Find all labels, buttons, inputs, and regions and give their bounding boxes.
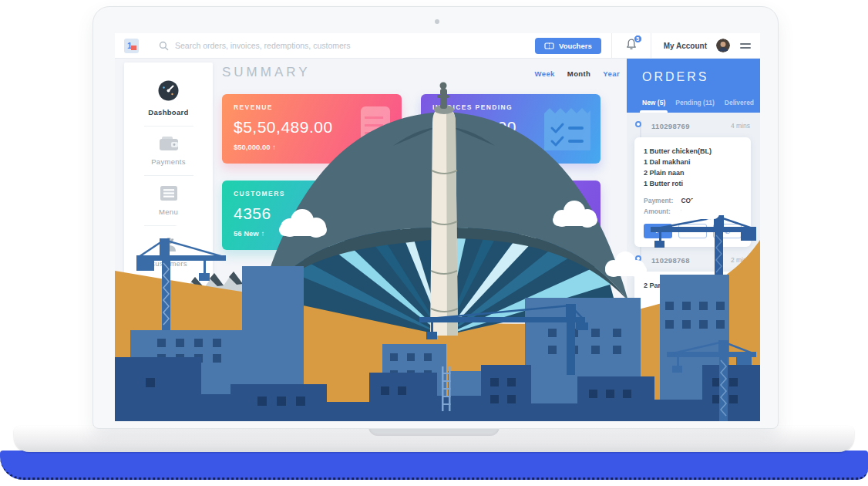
my-account-label[interactable]: My Account: [664, 42, 707, 50]
order-item: 1 Dal makhani: [644, 157, 742, 167]
vouchers-label: Vouchers: [559, 42, 592, 50]
order-item: 2 Paneer butter masala: [644, 280, 742, 291]
summary-title: SUMMARY: [222, 65, 311, 80]
ellipsis-icon: ⋯: [689, 227, 697, 235]
sidebar-item-label: Payments: [151, 157, 186, 166]
customers-card-label: CUSTOMERS: [234, 190, 390, 197]
list-icon: [160, 186, 177, 201]
receipt-icon: [356, 106, 392, 152]
range-tab-month[interactable]: Month: [567, 69, 591, 78]
range-tab-week[interactable]: Week: [535, 69, 555, 78]
order-row[interactable]: 110298769 4 mins: [627, 120, 760, 131]
summary-cards: REVENUE $5,50,489.00 $50,000.00 ↑ INVOIC…: [222, 94, 620, 250]
payment-label: Payment:: [644, 197, 679, 204]
orders-list: 110298769 4 mins 1 Butter chicken(BL) 1 …: [627, 120, 760, 421]
more-options-button[interactable]: ⋯: [678, 224, 707, 238]
order-card: 2 Paneer butter masala: [634, 272, 751, 316]
laptop-stand-bar: [0, 451, 868, 480]
order-card: 1 Butter chicken(BL) 1 Dal makhani 2 Pla…: [634, 137, 751, 247]
wallet-icon: [160, 137, 178, 150]
topbar-divider: [611, 33, 612, 59]
dashboard-app: 1 Vouchers: [115, 33, 760, 421]
invoice-checklist-icon: [544, 106, 590, 150]
orders-tab-pending[interactable]: Pending (11): [675, 99, 715, 106]
customers-card-delta: 56 New ↑: [234, 229, 264, 238]
hamburger-icon[interactable]: [740, 43, 751, 49]
phone-icon: ✆: [724, 227, 730, 235]
revenue-card-delta: $50,000.00 ↑: [234, 143, 276, 151]
ratings-card: [421, 181, 601, 250]
star-badge-icon: [541, 192, 590, 240]
order-status-dot: [635, 255, 641, 262]
topbar: 1 Vouchers: [115, 33, 760, 59]
sidebar-item-label: Menu: [159, 208, 178, 216]
order-status-dot: [635, 121, 641, 127]
sidebar: Dashboard Payments: [124, 62, 213, 421]
orders-tabs: New (5) Pending (11) Delivered: [642, 99, 754, 106]
order-item: 1 Butter roti: [644, 178, 742, 189]
range-tab-year[interactable]: Year: [603, 69, 620, 78]
ticket-icon: [544, 42, 554, 50]
revenue-card: REVENUE $5,50,489.00 $50,000.00 ↑: [222, 94, 402, 164]
orders-header: ORDERS New (5) Pending (11) Delivered: [627, 59, 760, 113]
accept-order-button[interactable]: ✓: [644, 224, 672, 238]
order-item: 2 Plain naan: [644, 167, 742, 178]
ladder: [442, 366, 451, 411]
order-actions: ✓ ⋯ ✆: [644, 224, 742, 238]
call-customer-button[interactable]: ✆: [713, 224, 742, 238]
app-logo-mark: [131, 46, 136, 50]
customers-card-extra: 4300: [297, 229, 313, 238]
orders-panel: ORDERS New (5) Pending (11) Delivered 11…: [627, 59, 760, 421]
notifications-button[interactable]: 5: [625, 38, 638, 54]
search-icon: [159, 41, 169, 51]
payment-value: COD: [681, 197, 695, 204]
sidebar-item-dashboard[interactable]: Dashboard: [124, 70, 213, 126]
laptop-screen-frame: 1 Vouchers: [93, 6, 779, 429]
topbar-divider: [651, 33, 651, 59]
orders-tab-new[interactable]: New (5): [642, 99, 665, 106]
customers-card-value: 4356: [234, 204, 390, 223]
global-search: [159, 41, 535, 51]
gauge-icon: [158, 80, 179, 101]
sidebar-item-payments[interactable]: Payments: [124, 127, 213, 175]
crane-center: [419, 304, 588, 375]
notification-badge: 5: [634, 35, 642, 43]
search-input[interactable]: [175, 41, 535, 50]
order-id: 110298769: [651, 122, 690, 130]
order-item: 1 Butter chicken(BL): [644, 146, 742, 157]
user-avatar[interactable]: [716, 39, 730, 52]
person-icon: [160, 236, 177, 252]
order-row[interactable]: 110298768 2 mins: [627, 255, 760, 265]
webcam-dot: [435, 19, 439, 24]
range-tabs: Week Month Year: [535, 69, 620, 78]
check-icon: ✓: [654, 227, 661, 235]
order-id: 110298768: [651, 256, 690, 265]
sidebar-item-menu[interactable]: Menu: [124, 176, 213, 225]
app-logo[interactable]: 1: [124, 39, 139, 53]
order-time: 2 mins: [731, 256, 750, 264]
customers-card: CUSTOMERS 4356 56 New ↑ 4300: [222, 181, 402, 250]
orders-title: ORDERS: [642, 70, 760, 84]
invoices-pending-card: INVOICES PENDING 0.00: [421, 94, 601, 164]
order-time: 4 mins: [731, 122, 750, 130]
orders-tab-delivered[interactable]: Delivered: [725, 99, 754, 106]
sidebar-item-label: Dashboard: [148, 108, 188, 116]
laptop-mockup: 1 Vouchers: [0, 0, 868, 486]
sidebar-item-customers[interactable]: Customers: [124, 226, 213, 277]
amount-value: $899.00: [681, 208, 705, 215]
laptop-base: [14, 426, 854, 452]
vouchers-button[interactable]: Vouchers: [535, 38, 601, 54]
sidebar-item-label: Customers: [150, 259, 187, 268]
amount-label: Amount:: [644, 208, 679, 215]
summary-section: SUMMARY Week Month Year REVENUE $5,50,48…: [222, 65, 620, 250]
avatar-image: [716, 39, 730, 52]
